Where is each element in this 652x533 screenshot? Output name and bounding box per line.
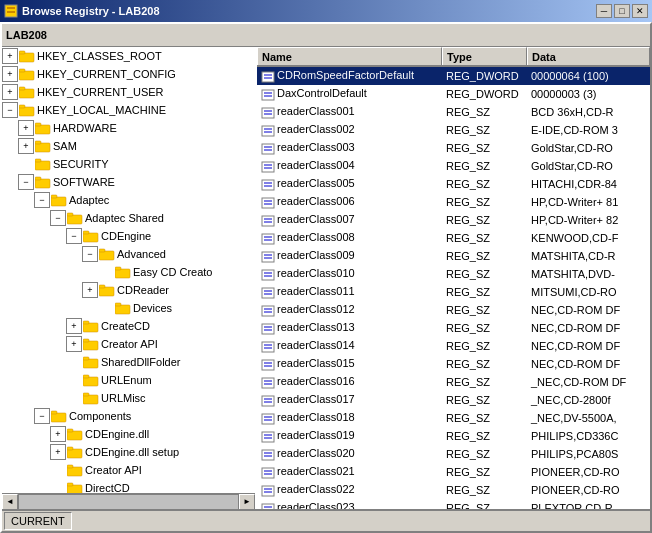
table-row[interactable]: readerClass007REG_SZHP,CD-Writer+ 82 [257,211,650,229]
table-row[interactable]: DaxControlDefaultREG_DWORD00000003 (3) [257,85,650,103]
scroll-right-button[interactable]: ► [239,494,255,510]
tree-expander[interactable]: − [82,246,98,262]
table-row[interactable]: readerClass009REG_SZMATSHITA,CD-R [257,247,650,265]
svg-rect-3 [19,53,34,62]
maximize-button[interactable]: □ [614,4,630,18]
tree-expander[interactable]: − [66,228,82,244]
table-row[interactable]: readerClass011REG_SZMITSUMI,CD-RO [257,283,650,301]
tree-item-label: HKEY_CURRENT_CONFIG [37,68,176,80]
tree-item[interactable]: − HKEY_LOCAL_MACHINE [2,101,255,119]
tree-item[interactable]: + SAM [2,137,255,155]
cell-type: REG_SZ [442,142,527,154]
table-row[interactable]: readerClass001REG_SZBCD 36xH,CD-R [257,103,650,121]
svg-rect-38 [83,357,89,360]
column-header-name[interactable]: Name [257,47,442,65]
tree-item[interactable]: + CDEngine.dll [2,425,255,443]
table-row[interactable]: readerClass002REG_SZE-IDE,CD-ROM 3 [257,121,650,139]
tree-item[interactable]: Easy CD Creato [2,263,255,281]
table-row[interactable]: readerClass008REG_SZKENWOOD,CD-F [257,229,650,247]
tree-expander[interactable]: − [50,210,66,226]
tree-scroll[interactable]: + HKEY_CLASSES_ROOT+ HKEY_CURRENT_CONFIG… [2,47,255,493]
tree-expander[interactable]: + [18,120,34,136]
folder-icon [83,229,99,243]
cell-data: _NEC,CD-ROM DF [527,376,650,388]
tree-expander[interactable]: − [34,192,50,208]
table-row[interactable]: readerClass016REG_SZ_NEC,CD-ROM DF [257,373,650,391]
table-row[interactable]: readerClass021REG_SZPIONEER,CD-RO [257,463,650,481]
table-row[interactable]: readerClass010REG_SZMATSHITA,DVD- [257,265,650,283]
table-row[interactable]: readerClass003REG_SZGoldStar,CD-RO [257,139,650,157]
tree-expander[interactable]: − [2,102,18,118]
column-header-type[interactable]: Type [442,47,527,65]
cell-name: readerClass011 [257,285,442,298]
tree-item-label: Creator API [85,464,142,476]
tree-item[interactable]: − SOFTWARE [2,173,255,191]
svg-rect-74 [262,162,274,172]
tree-expander[interactable]: − [18,174,34,190]
tree-item[interactable]: SECURITY [2,155,255,173]
tree-expander[interactable]: + [2,48,18,64]
tree-expander[interactable]: + [66,336,82,352]
tree-item[interactable]: + CreateCD [2,317,255,335]
folder-icon [35,121,51,135]
tree-item[interactable]: + CDReader [2,281,255,299]
tree-item-label: DirectCD [85,482,130,493]
tree-expander[interactable]: + [50,444,66,460]
tree-item-label: Advanced [117,248,166,260]
table-row[interactable]: readerClass005REG_SZHITACHI,CDR-84 [257,175,650,193]
table-row[interactable]: readerClass019REG_SZPHILIPS,CD336C [257,427,650,445]
tree-item[interactable]: − Adaptec [2,191,255,209]
tree-item[interactable]: URLMisc [2,389,255,407]
tree-expander[interactable]: + [50,426,66,442]
close-button[interactable]: ✕ [632,4,648,18]
table-row[interactable]: readerClass020REG_SZPHILIPS,PCA80S [257,445,650,463]
folder-icon [83,391,99,405]
tree-item[interactable]: + CDEngine.dll setup [2,443,255,461]
tree-item[interactable]: − Components [2,407,255,425]
table-row[interactable]: readerClass023REG_SZPLEXTOR,CD-R [257,499,650,509]
tree-item-label: CDEngine [101,230,151,242]
tree-item[interactable]: − Advanced [2,245,255,263]
cell-data: MATSHITA,DVD- [527,268,650,280]
tree-item[interactable]: + HKEY_CURRENT_CONFIG [2,65,255,83]
tree-expander[interactable]: + [2,66,18,82]
table-row[interactable]: readerClass013REG_SZNEC,CD-ROM DF [257,319,650,337]
tree-item[interactable]: + HKEY_CLASSES_ROOT [2,47,255,65]
table-row[interactable]: readerClass014REG_SZNEC,CD-ROM DF [257,337,650,355]
table-row[interactable]: readerClass022REG_SZPIONEER,CD-RO [257,481,650,499]
table-row[interactable]: readerClass018REG_SZ_NEC,DV-5500A, [257,409,650,427]
svg-rect-35 [83,341,98,350]
table-row[interactable]: readerClass012REG_SZNEC,CD-ROM DF [257,301,650,319]
cell-data: 00000064 (100) [527,70,650,82]
tree-item[interactable]: DirectCD [2,479,255,493]
tree-item[interactable]: Creator API [2,461,255,479]
tree-item[interactable]: Devices [2,299,255,317]
title-buttons: ─ □ ✕ [596,4,648,18]
tree-expander[interactable]: + [66,318,82,334]
table-row[interactable]: CDRomSpeedFactorDefaultREG_DWORD00000064… [257,67,650,85]
minimize-button[interactable]: ─ [596,4,612,18]
table-row[interactable]: readerClass006REG_SZHP,CD-Writer+ 81 [257,193,650,211]
tree-item[interactable]: SharedDllFolder [2,353,255,371]
tree-item[interactable]: + Creator API [2,335,255,353]
tree-item[interactable]: + HARDWARE [2,119,255,137]
cell-type: REG_SZ [442,430,527,442]
tree-expander[interactable]: + [82,282,98,298]
tree-expander[interactable]: − [34,408,50,424]
scroll-left-button[interactable]: ◄ [2,494,18,510]
tree-expander[interactable]: + [18,138,34,154]
table-row[interactable]: readerClass004REG_SZGoldStar,CD-RO [257,157,650,175]
tree-expander[interactable]: + [2,84,18,100]
column-header-data[interactable]: Data [527,47,650,65]
table-row[interactable]: readerClass017REG_SZ_NEC,CD-2800f [257,391,650,409]
cell-data: NEC,CD-ROM DF [527,358,650,370]
tree-item[interactable]: + HKEY_CURRENT_USER [2,83,255,101]
tree-item[interactable]: − CDEngine [2,227,255,245]
tree-item[interactable]: URLEnum [2,371,255,389]
cell-name: readerClass020 [257,447,442,460]
table-row[interactable]: readerClass015REG_SZNEC,CD-ROM DF [257,355,650,373]
registry-values-list[interactable]: CDRomSpeedFactorDefaultREG_DWORD00000064… [257,67,650,509]
tree-item[interactable]: − Adaptec Shared [2,209,255,227]
tree-item-label: Components [69,410,131,422]
scroll-track-left[interactable] [18,494,239,510]
